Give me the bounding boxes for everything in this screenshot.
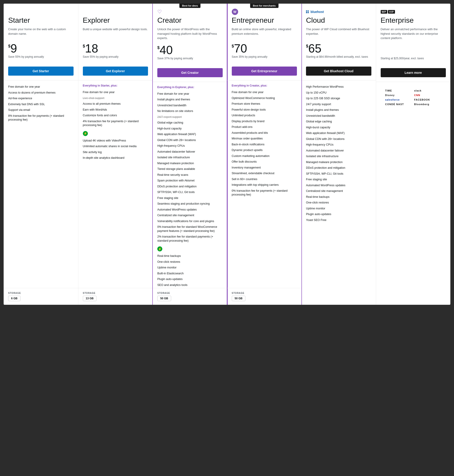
price-amount-starter: 9: [10, 42, 17, 54]
price-amount-explorer: 18: [85, 42, 98, 54]
storage-badge-starter: 6 GB: [8, 296, 20, 301]
feature-item: Display products by brand: [232, 119, 297, 124]
feature-item: Up to 150 vCPU: [306, 90, 371, 96]
plan-name-entrepreneur: Entrepreneur: [232, 16, 297, 24]
plan-price-explorer: $ 18: [83, 42, 148, 54]
feature-item: Unrestricted bandwidth: [157, 103, 223, 108]
feature-item: High-frequency CPUs: [157, 143, 223, 149]
storage-badge-entrepreneur: 50 GB: [232, 296, 246, 301]
feature-item: High-burst capacity: [306, 125, 371, 131]
plan-name-cloud: Cloud: [306, 16, 371, 24]
plan-desc-creator: Unlock the power of WordPress with the m…: [157, 27, 223, 40]
price-currency-creator: $: [157, 46, 159, 50]
feature-item: DDoS protection and mitigation: [157, 184, 223, 190]
feature-item: Inventory management: [232, 165, 297, 171]
feature-item: Free domain for one year: [232, 90, 297, 95]
bolt-feature-item: Uptime monitor: [157, 265, 223, 271]
plan-badge-entrepreneur: Best for merchants: [250, 4, 278, 8]
feature-item: Automated WordPress updates: [306, 183, 371, 189]
plan-logo-spacer: [8, 9, 74, 15]
divider-explorer: [78, 80, 153, 80]
cta-button-cloud[interactable]: Get Bluehost Cloud: [306, 67, 371, 76]
feature-item: Streamlined, extendable checkout: [232, 170, 297, 177]
cta-button-enterprise[interactable]: Learn more: [381, 68, 446, 77]
feature-item: Access to all premium themes: [83, 101, 148, 107]
feature-item: Isolated site infrastructure: [306, 154, 371, 159]
creator-logo: ♡: [157, 9, 223, 15]
storage-badge-creator: 50 GB: [157, 296, 171, 301]
feature-item: Automated datacenter failover: [157, 149, 223, 155]
plan-logo-spacer: [83, 9, 148, 15]
plan-col-explorer: Explorer Build a unique website with pow…: [78, 4, 153, 305]
bluehost-logo: bluehost: [306, 9, 371, 15]
feature-item: Min/max order quantities: [232, 136, 297, 142]
storage-footer-starter: STORAGE 6 GB: [4, 288, 78, 305]
bolt-feature-item: Real-time backups: [157, 253, 223, 259]
feature-item: Assembled products and kits: [232, 130, 297, 136]
plan-header-creator: ♡ Creator Unlock the power of WordPress …: [153, 4, 227, 68]
feature-item: Global edge caching: [157, 120, 223, 126]
feature-item: Offer bulk discounts: [232, 159, 297, 165]
storage-label: STORAGE: [157, 292, 223, 294]
feature-item: High Performance WordPress: [306, 84, 371, 90]
plan-price-entrepreneur: $ 70: [232, 42, 297, 54]
plan-col-entrepreneur: Best for merchants W Entrepreneur Build …: [227, 4, 302, 305]
feature-item: Product add-ons: [232, 124, 297, 130]
brand-item: TIME: [385, 89, 412, 92]
bolt-feature-item: Plugin auto-updates: [157, 276, 223, 282]
feature-item: Free staging site: [157, 195, 223, 201]
feature-item: One-click restores: [306, 200, 371, 206]
feature-item: Managed malware protection: [157, 161, 223, 167]
feature-item: Global edge caching: [306, 119, 371, 125]
brand-item: Bloomberg: [414, 103, 441, 106]
storage-footer-explorer: STORAGE 13 GB: [78, 288, 153, 305]
feature-item: Customize fonts and colors: [83, 113, 148, 119]
cta-button-creator[interactable]: Get Creator: [157, 68, 223, 77]
bolt-icon-explorer: ⚡: [83, 131, 88, 136]
storage-footer-entrepreneur: STORAGE 50 GB: [227, 288, 302, 305]
features-section-cloud: High Performance WordPressUp to 150 vCPU…: [302, 84, 376, 305]
cta-button-explorer[interactable]: Get Explorer: [83, 67, 148, 76]
plan-price-cloud: $ 65: [306, 42, 371, 54]
feature-item: Managed malware protection: [306, 159, 371, 165]
storage-label: STORAGE: [83, 292, 148, 294]
divider-creator: [153, 82, 227, 82]
plan-col-starter: Starter Create your home on the web with…: [4, 4, 78, 305]
storage-label: STORAGE: [232, 292, 297, 294]
feature-item: 24/7 priority support: [306, 101, 371, 107]
feature-item: Yoast SEO Free: [306, 217, 371, 223]
feature-item: Spam protection with Akismet: [157, 178, 223, 184]
plan-desc-enterprise: Deliver an unmatched performance with th…: [381, 27, 446, 40]
storage-label: STORAGE: [8, 292, 74, 294]
feature-item: 4% transaction fee for payments (+ stand…: [83, 119, 148, 128]
price-save-starter: Save 55% by paying annually: [8, 55, 74, 59]
cta-button-entrepreneur[interactable]: Get Entrepreneur: [232, 67, 297, 76]
cta-button-starter[interactable]: Get Starter: [8, 67, 74, 76]
feature-item: Access to dozens of premium themes: [8, 90, 74, 96]
feature-item: Real-time backups: [306, 194, 371, 200]
bolt-feature-item: Unlimited automatic shares in social med…: [83, 144, 148, 149]
features-section-enterprise: TIMEslackDisneyCNNsalesforceFACEBOOKCOND…: [376, 86, 451, 305]
feature-item: DDoS protection and mitigation: [306, 165, 371, 171]
plan-col-cloud: bluehost Cloud The power of WP Cloud com…: [302, 4, 376, 305]
feature-item: 2% transaction fee for standard payments…: [157, 234, 223, 244]
feature-item: 8% transaction fee for payments (+ stand…: [8, 113, 74, 123]
plan-name-creator: Creator: [157, 16, 223, 24]
divider-starter: [4, 80, 78, 80]
bolt-feature-item: Upload 4K videos with VideoPress: [83, 138, 148, 144]
feature-item: Extremely fast DNS with SSL: [8, 101, 74, 107]
feature-item: No limitations on site visitors: [157, 108, 223, 114]
plan-desc-starter: Create your home on the web with a custo…: [8, 27, 74, 39]
plan-name-starter: Starter: [8, 16, 74, 24]
plan-desc-cloud: The power of WP Cloud combined with Blue…: [306, 27, 371, 39]
brand-item: slack: [414, 89, 441, 92]
feature-item: Unlimited products: [232, 113, 297, 119]
feature-item: Vulnerability notifications for core and…: [157, 218, 223, 224]
feature-item: Up to 225 GB SSD storage: [306, 96, 371, 101]
storage-badge-explorer: 13 GB: [83, 296, 97, 301]
plan-price-creator: $ 40: [157, 44, 223, 56]
features-heading-entrepreneur: Everything in Creator, plus:: [232, 84, 297, 87]
feature-item: Unrestricted bandwidth: [306, 113, 371, 119]
brand-item: FACEBOOK: [414, 98, 441, 101]
feature-item: High-burst capacity: [157, 126, 223, 132]
